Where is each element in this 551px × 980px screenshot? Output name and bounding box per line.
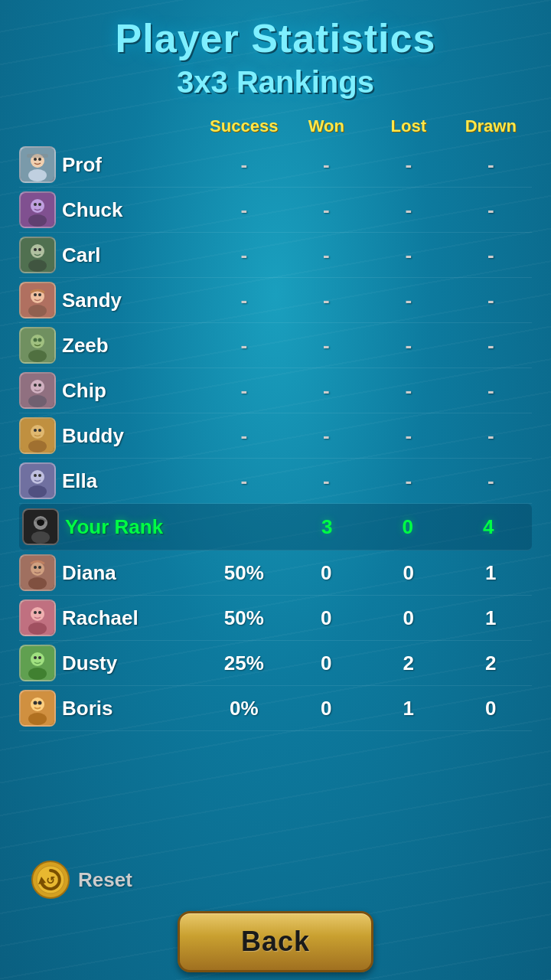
svg-point-29 — [34, 384, 37, 387]
won-carl: - — [285, 243, 368, 267]
svg-point-40 — [38, 474, 41, 477]
svg-point-34 — [34, 429, 37, 432]
player-name-zeeb: Zeeb — [62, 334, 109, 358]
svg-point-54 — [38, 611, 41, 614]
avatar-chip — [19, 372, 56, 409]
drawn-chuck: - — [450, 198, 533, 222]
col-won: Won — [285, 116, 368, 136]
col-success: Success — [203, 116, 285, 136]
avatar-rachael — [19, 599, 56, 636]
player-cell-buddy: Buddy — [19, 417, 203, 454]
svg-text:↺: ↺ — [46, 874, 55, 887]
drawn-yourrank: 4 — [448, 515, 530, 539]
drawn-diana: 1 — [450, 561, 533, 585]
svg-point-4 — [38, 158, 41, 161]
rankings-table: Success Won Lost Drawn Prof - - - - Chuc… — [11, 113, 540, 731]
svg-point-15 — [38, 248, 41, 251]
table-row: Chip - - - - — [19, 368, 532, 413]
player-name-buddy: Buddy — [62, 424, 124, 448]
reset-button[interactable]: ↺ Reset — [27, 856, 136, 903]
back-button[interactable]: Back — [178, 911, 373, 972]
lost-sandy: - — [367, 289, 450, 312]
player-cell-dusty: Dusty — [19, 645, 203, 681]
avatar-zeeb — [19, 327, 56, 364]
svg-point-19 — [34, 293, 37, 296]
col-player — [19, 116, 203, 136]
won-ella: - — [285, 469, 368, 493]
player-cell-chuck: Chuck — [19, 191, 203, 228]
svg-point-62 — [28, 713, 47, 725]
player-cell-rachael: Rachael — [19, 599, 203, 636]
success-carl: - — [203, 243, 285, 267]
svg-point-57 — [28, 668, 47, 680]
col-drawn: Drawn — [450, 116, 533, 136]
won-dusty: 0 — [285, 652, 368, 675]
player-cell-yourrank: Your Rank — [22, 508, 206, 545]
svg-point-39 — [34, 474, 37, 477]
player-name-rachael: Rachael — [62, 606, 139, 630]
footer: ↺ Reset Back — [11, 856, 540, 972]
page-subtitle: 3x3 Rankings — [177, 65, 374, 100]
drawn-dusty: 2 — [450, 652, 533, 675]
svg-rect-5 — [27, 154, 48, 158]
player-name-chip: Chip — [62, 379, 106, 403]
table-header: Success Won Lost Drawn — [19, 113, 532, 139]
success-ella: - — [203, 469, 285, 493]
avatar-chuck — [19, 191, 56, 228]
player-name-chuck: Chuck — [62, 198, 122, 222]
player-name-diana: Diana — [62, 561, 116, 585]
won-sandy: - — [285, 289, 368, 312]
svg-point-10 — [38, 203, 41, 206]
player-name-prof: Prof — [62, 153, 102, 177]
drawn-sandy: - — [450, 289, 533, 312]
table-row: Sandy - - - - — [19, 278, 532, 323]
lost-ella: - — [367, 469, 450, 493]
lost-rachael: 0 — [367, 606, 450, 630]
success-buddy: - — [203, 424, 285, 448]
svg-point-47 — [28, 577, 47, 590]
lost-yourrank: 0 — [367, 515, 448, 539]
success-chuck: - — [203, 198, 285, 222]
won-yourrank: 3 — [287, 515, 368, 539]
svg-point-12 — [31, 244, 44, 258]
avatar-dusty — [19, 645, 56, 681]
svg-point-63 — [34, 701, 37, 705]
lost-boris: 1 — [367, 697, 450, 720]
won-diana: 0 — [285, 561, 368, 585]
won-zeeb: - — [285, 334, 368, 358]
player-cell-sandy: Sandy — [19, 282, 203, 318]
svg-point-8 — [28, 214, 47, 227]
success-chip: - — [203, 379, 285, 403]
avatar-carl — [19, 237, 56, 273]
svg-point-49 — [38, 566, 41, 569]
svg-point-13 — [28, 260, 47, 272]
svg-point-53 — [34, 611, 37, 614]
player-cell-boris: Boris — [19, 690, 203, 727]
svg-point-56 — [31, 652, 44, 666]
lost-buddy: - — [367, 424, 450, 448]
player-cell-zeeb: Zeeb — [19, 327, 203, 364]
success-zeeb: - — [203, 334, 285, 358]
reset-label: Reset — [78, 868, 132, 892]
avatar-boris — [19, 690, 56, 727]
table-row: Diana 50% 0 0 1 — [19, 550, 532, 596]
avatar-sandy — [19, 282, 56, 318]
svg-point-38 — [28, 485, 47, 498]
table-row: Your Rank 3 0 4 — [19, 504, 532, 550]
svg-point-48 — [34, 566, 37, 569]
player-name-sandy: Sandy — [62, 289, 122, 312]
svg-point-58 — [34, 656, 37, 659]
lost-chuck: - — [367, 198, 450, 222]
drawn-rachael: 1 — [450, 606, 533, 630]
drawn-carl: - — [450, 243, 533, 267]
svg-point-3 — [34, 158, 37, 161]
avatar-ella — [19, 462, 56, 499]
table-row: Rachael 50% 0 0 1 — [19, 596, 532, 641]
drawn-ella: - — [450, 469, 533, 493]
svg-point-37 — [31, 470, 44, 484]
table-row: Zeeb - - - - — [19, 323, 532, 368]
col-lost: Lost — [367, 116, 450, 136]
drawn-prof: - — [450, 153, 533, 177]
table-row: Chuck - - - - — [19, 188, 532, 233]
player-cell-carl: Carl — [19, 237, 203, 273]
